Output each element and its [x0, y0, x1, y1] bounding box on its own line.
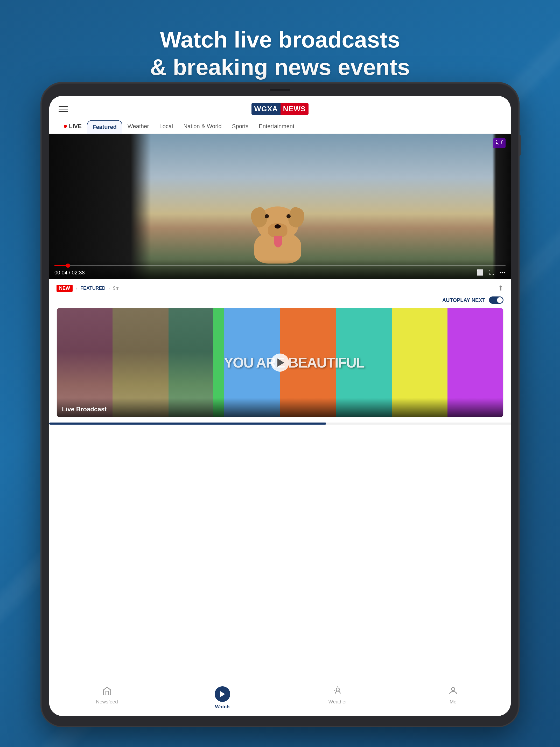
page-title: Watch live broadcasts & breaking news ev… — [0, 26, 560, 81]
video-player[interactable]: 00:04 / 02:38 ⬜ ⛶ ••• — [49, 134, 511, 279]
tab-weather-label: Weather — [328, 699, 347, 705]
svg-point-0 — [336, 688, 339, 691]
logo-wgxa: WGXA — [251, 103, 280, 114]
user-icon — [448, 686, 458, 697]
badge-new: NEW — [56, 285, 73, 292]
tab-watch-label: Watch — [215, 704, 230, 710]
home-icon — [102, 686, 112, 697]
controls-row: 00:04 / 02:38 ⬜ ⛶ ••• — [54, 269, 506, 276]
svg-point-3 — [451, 688, 454, 691]
more-options-icon[interactable]: ••• — [500, 269, 506, 276]
main-content: 00:04 / 02:38 ⬜ ⛶ ••• NEW — [49, 134, 511, 682]
tab-me[interactable]: Me — [395, 686, 511, 710]
nav-tabs: LIVE Featured Weather Local Nation & Wor… — [59, 120, 501, 134]
mural-text: YOU ARE BEAUTIFUL — [224, 354, 364, 371]
tab-featured[interactable]: Featured — [87, 120, 123, 134]
tab-live[interactable]: LIVE — [59, 120, 87, 134]
subtitles-icon[interactable]: ⬜ — [477, 269, 483, 276]
tab-nation-world[interactable]: Nation & World — [178, 120, 227, 134]
cast-icon[interactable] — [493, 138, 506, 148]
badge-featured: FEATURED — [80, 286, 106, 291]
tab-watch[interactable]: Watch — [165, 686, 280, 710]
progress-bar[interactable] — [54, 265, 506, 266]
tab-weather[interactable]: Weather — [123, 120, 154, 134]
autoplay-toggle[interactable] — [489, 297, 504, 304]
tab-newsfeed[interactable]: Newsfeed — [49, 686, 165, 710]
autoplay-label: AUTOPLAY NEXT — [442, 297, 485, 303]
card-label: Live Broadcast — [57, 398, 503, 417]
share-icon[interactable]: ⬆ — [498, 284, 504, 292]
meta-left: NEW › FEATURED · 9m — [56, 285, 119, 292]
tab-newsfeed-label: Newsfeed — [96, 699, 118, 705]
meta-time: 9m — [113, 286, 119, 291]
tab-me-label: Me — [450, 699, 456, 705]
scroll-indicator — [49, 422, 511, 424]
app-header: WGXANEWS LIVE Featured Weather Local — [49, 96, 511, 134]
play-button[interactable] — [271, 354, 289, 372]
tab-sports[interactable]: Sports — [227, 120, 254, 134]
app-logo: WGXANEWS — [251, 103, 308, 114]
scroll-thumb — [49, 422, 326, 424]
time-display: 00:04 / 02:38 — [54, 270, 85, 276]
tablet-screen: WGXANEWS LIVE Featured Weather Local — [49, 96, 511, 716]
video-card-thumbnail: YOU ARE BEAUTIFUL Live Broadcast — [57, 308, 503, 417]
tab-entertainment[interactable]: Entertainment — [254, 120, 299, 134]
video-controls: 00:04 / 02:38 ⬜ ⛶ ••• — [49, 260, 511, 279]
control-icons: ⬜ ⛶ ••• — [477, 269, 506, 276]
tab-local[interactable]: Local — [154, 120, 178, 134]
video-card[interactable]: YOU ARE BEAUTIFUL Live Broadcast — [56, 308, 504, 417]
weather-icon — [333, 686, 343, 697]
tab-weather-bottom[interactable]: Weather — [280, 686, 395, 710]
watch-play-icon — [215, 686, 230, 702]
logo-news: NEWS — [281, 103, 309, 114]
progress-dot — [66, 263, 70, 268]
fullscreen-icon[interactable]: ⛶ — [489, 269, 495, 276]
header-top: WGXANEWS — [59, 103, 501, 114]
tablet-frame: WGXANEWS LIVE Featured Weather Local — [42, 83, 518, 726]
menu-icon[interactable] — [59, 106, 68, 112]
bottom-tab-bar: Newsfeed Watch Weather — [49, 682, 511, 716]
live-dot — [64, 125, 67, 128]
autoplay-row: AUTOPLAY NEXT — [56, 297, 504, 304]
video-thumbnail — [49, 134, 511, 279]
article-meta: NEW › FEATURED · 9m ⬆ — [56, 284, 504, 292]
below-video: NEW › FEATURED · 9m ⬆ AUTOPLAY NEXT — [49, 279, 511, 422]
